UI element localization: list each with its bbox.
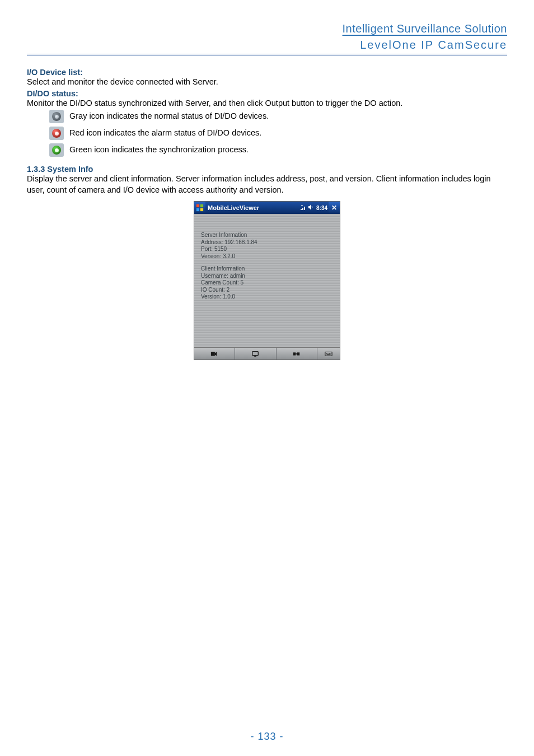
mobile-clock: 8:34: [316, 205, 327, 211]
keyboard-icon: [325, 351, 332, 357]
section-io-device-list: I/O Device list: Select and monitor the …: [27, 68, 507, 88]
bottombar-btn-3[interactable]: [277, 348, 317, 360]
page-header: Intelligent Surveillance Solution LevelO…: [27, 22, 507, 55]
svg-rect-1: [200, 204, 203, 207]
mobile-screenshot: MobileLiveViewer 8:34 ✕ Server Informati…: [194, 201, 340, 360]
monitor-icon: [251, 351, 259, 357]
server-info-version: Version: 3.2.0: [201, 253, 333, 260]
system-info-heading: 1.3.3 System Info: [27, 165, 507, 174]
svg-rect-9: [296, 353, 297, 354]
bottombar-btn-2[interactable]: [235, 348, 276, 360]
svg-rect-12: [327, 353, 328, 353]
dido-status-text: Monitor the DI/DO status synchronized wi…: [27, 98, 507, 109]
bottombar-btn-1[interactable]: [194, 348, 235, 360]
svg-rect-3: [200, 208, 203, 211]
legend-gray-text: Gray icon indicates the normal status of…: [69, 111, 269, 122]
status-icon-legend: Gray icon indicates the normal status of…: [49, 110, 507, 157]
section-dido-status: DI/DO status: Monitor the DI/DO status s…: [27, 89, 507, 157]
client-info-version: Version: 1.0.0: [201, 293, 333, 301]
close-icon[interactable]: ✕: [329, 202, 340, 214]
io-icon: [293, 351, 301, 357]
mobile-body: Server Information Address: 192.168.1.84…: [194, 214, 340, 347]
svg-rect-15: [326, 354, 330, 355]
client-info-camera-count: Camera Count: 5: [201, 279, 333, 287]
dido-status-heading: DI/DO status:: [27, 89, 507, 98]
svg-rect-5: [252, 351, 259, 355]
svg-rect-4: [211, 352, 215, 356]
server-info-port: Port: 5150: [201, 246, 333, 253]
client-info-username: Username: admin: [201, 273, 333, 280]
svg-rect-13: [329, 353, 330, 353]
system-info-text: Display the server and client informatio…: [27, 174, 507, 195]
mobile-titlebar: MobileLiveViewer 8:34 ✕: [194, 202, 340, 214]
svg-rect-6: [255, 356, 257, 356]
gray-status-icon: [49, 110, 64, 123]
io-device-list-heading: I/O Device list:: [27, 68, 507, 77]
server-info-heading: Server Information: [201, 232, 333, 239]
svg-rect-14: [330, 353, 331, 353]
legend-row-gray: Gray icon indicates the normal status of…: [49, 110, 507, 123]
svg-rect-8: [297, 352, 299, 355]
server-info-block: Server Information Address: 192.168.1.84…: [201, 232, 333, 260]
mobile-screenshot-container: MobileLiveViewer 8:34 ✕ Server Informati…: [27, 201, 507, 360]
header-subtitle: LevelOne IP CamSecure: [27, 39, 507, 52]
svg-rect-2: [196, 208, 199, 211]
mobile-bottombar: [194, 347, 340, 360]
client-info-heading: Client Information: [201, 265, 333, 273]
header-title: Intelligent Surveillance Solution: [27, 22, 507, 35]
legend-row-green: Green icon indicates the synchronization…: [49, 143, 507, 157]
speaker-icon: [308, 204, 314, 211]
svg-rect-7: [293, 352, 296, 355]
io-device-list-text: Select and monitor the device connected …: [27, 77, 507, 88]
legend-red-text: Red icon indicates the alarm status of D…: [69, 128, 261, 139]
red-status-icon: [49, 127, 64, 140]
page-number: - 133 -: [0, 731, 534, 743]
svg-rect-0: [196, 204, 199, 207]
client-info-block: Client Information Username: admin Camer…: [201, 265, 333, 301]
server-info-address: Address: 192.168.1.84: [201, 239, 333, 246]
legend-green-text: Green icon indicates the synchronization…: [69, 144, 249, 156]
mobile-statusbar: 8:34: [301, 204, 327, 211]
green-status-icon: [49, 143, 64, 157]
signal-icon: [301, 204, 306, 211]
camera-icon: [210, 351, 218, 357]
bottombar-btn-4[interactable]: [317, 348, 340, 360]
legend-row-red: Red icon indicates the alarm status of D…: [49, 127, 507, 140]
svg-rect-10: [325, 352, 332, 356]
mobile-app-title: MobileLiveViewer: [208, 204, 301, 211]
svg-rect-11: [326, 353, 327, 353]
client-info-io-count: IO Count: 2: [201, 287, 333, 294]
windows-start-icon[interactable]: [194, 202, 205, 214]
section-system-info: 1.3.3 System Info Display the server and…: [27, 165, 507, 195]
